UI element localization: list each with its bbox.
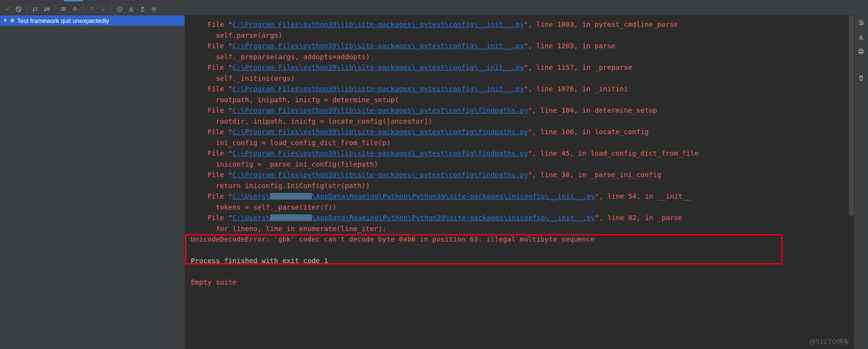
prev-failed-icon[interactable]: [86, 4, 97, 14]
toolbar-separator: [83, 5, 83, 13]
soft-wrap-icon[interactable]: [856, 17, 867, 28]
print-icon[interactable]: [856, 46, 867, 56]
file-link[interactable]: C:\Program Files\python39\lib\site-packa…: [232, 21, 524, 28]
status-dot-icon: [10, 19, 14, 22]
test-message: Test framework quit unexpectedly: [17, 17, 109, 24]
expand-all-icon[interactable]: [58, 4, 69, 14]
scroll-to-end-icon[interactable]: [856, 32, 867, 42]
file-link[interactable]: C:\Program Files\python39\lib\site-packa…: [232, 171, 528, 179]
console-output[interactable]: File "C:\Program Files\python39\lib\site…: [185, 15, 868, 297]
file-link[interactable]: \AppData\Roaming\Python\Python39\site-pa…: [312, 214, 595, 222]
sort-duration-icon[interactable]: [41, 4, 52, 14]
disclosure-triangle-icon[interactable]: ▼: [3, 18, 8, 23]
file-link[interactable]: C:\Program Files\python39\lib\site-packa…: [232, 149, 528, 157]
cancel-icon[interactable]: [13, 4, 24, 14]
svg-point-3: [153, 8, 155, 10]
test-root-row[interactable]: ▼ Test framework quit unexpectedly: [0, 15, 185, 26]
tab-strip: [0, 0, 868, 3]
file-link[interactable]: \AppData\Roaming\Python\Python39\site-pa…: [312, 192, 595, 200]
checkmark-icon[interactable]: [2, 4, 12, 14]
redacted-segment: [270, 193, 312, 200]
test-tree-panel: ▼ Test framework quit unexpectedly: [0, 15, 185, 349]
collapse-all-icon[interactable]: [70, 4, 80, 14]
export-results-icon[interactable]: [137, 4, 148, 14]
toolbar-separator: [55, 5, 55, 13]
file-link[interactable]: C:\Users\: [232, 214, 270, 222]
scrollbar-thumb[interactable]: [849, 15, 854, 216]
toolbar-separator: [27, 5, 27, 13]
history-icon[interactable]: [114, 4, 125, 14]
watermark-text: @51CTO博客: [809, 338, 850, 346]
trash-icon[interactable]: [856, 73, 867, 83]
console-side-toolbar: [854, 15, 868, 349]
file-link[interactable]: C:\Program Files\python39\lib\site-packa…: [232, 85, 524, 93]
import-results-icon[interactable]: [126, 4, 136, 14]
file-link[interactable]: C:\Program Files\python39\lib\site-packa…: [232, 106, 528, 114]
redacted-segment: [270, 214, 312, 221]
svg-rect-5: [860, 49, 863, 50]
file-link[interactable]: C:\Program Files\python39\lib\site-packa…: [232, 42, 524, 50]
next-failed-icon[interactable]: [98, 4, 108, 14]
file-link[interactable]: C:\Users\: [232, 192, 270, 200]
file-link[interactable]: C:\Program Files\python39\lib\site-packa…: [232, 128, 528, 136]
console-panel: File "C:\Program Files\python39\lib\site…: [185, 15, 868, 349]
file-link[interactable]: C:\Program Files\python39\lib\site-packa…: [232, 63, 524, 71]
run-toolbar: [0, 3, 868, 15]
gear-icon[interactable]: [149, 4, 159, 14]
sort-az-icon[interactable]: [30, 4, 41, 14]
toolbar-separator: [111, 5, 112, 13]
tree-gutter: [0, 26, 5, 349]
